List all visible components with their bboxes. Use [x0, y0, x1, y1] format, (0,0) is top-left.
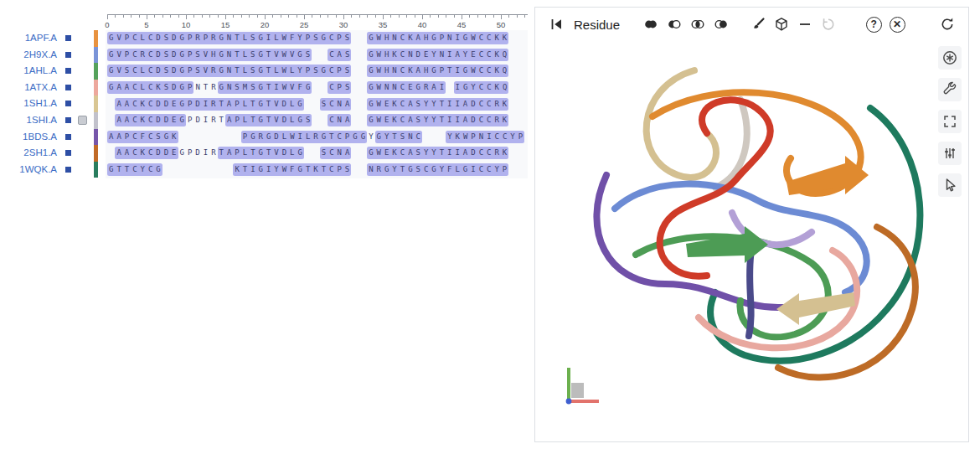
residue-cell[interactable]: S [249, 65, 256, 77]
residue-cell[interactable]: P [241, 131, 249, 143]
residue-cell[interactable]: E [469, 49, 477, 61]
residue-cell[interactable]: T [320, 163, 328, 176]
residue-cell[interactable]: G [367, 65, 374, 77]
selection-cursor-button[interactable] [938, 173, 962, 197]
structure-id-label[interactable]: 1SH1.A [7, 95, 57, 112]
residue-cell[interactable]: P [123, 131, 131, 143]
aligned-segment[interactable]: TAPLTGTVDLG [218, 147, 304, 159]
residue-cell[interactable]: C [147, 147, 154, 159]
residue-cell[interactable]: E [383, 147, 390, 159]
reference-pin-icon[interactable] [78, 116, 87, 125]
residue-cell[interactable]: C [147, 114, 154, 126]
structure-id-label[interactable]: 1WQK.A [7, 162, 57, 178]
residue-cell[interactable]: Y [462, 49, 469, 61]
residue-cell[interactable]: C [328, 65, 335, 77]
unaligned-segment[interactable]: NTR [193, 81, 217, 94]
residue-cell[interactable]: V [115, 49, 122, 61]
residue-cell[interactable]: S [249, 49, 256, 61]
residue-cell[interactable]: G [367, 49, 374, 61]
residue-cell[interactable]: C [131, 65, 138, 77]
residue-cell[interactable]: T [438, 147, 446, 159]
residue-cell[interactable]: S [312, 32, 319, 44]
unaligned-segment[interactable] [351, 163, 367, 176]
residue-cell[interactable]: T [115, 163, 122, 176]
residue-cell[interactable]: D [469, 98, 477, 111]
residue-cell[interactable]: S [162, 32, 170, 44]
residue-cell[interactable]: Q [501, 65, 508, 77]
residue-cell[interactable]: G [406, 163, 414, 176]
reset-camera-button[interactable] [938, 46, 962, 70]
residue-cell[interactable]: C [328, 98, 335, 111]
residue-cell[interactable]: P [233, 98, 240, 111]
selection-intersect-button[interactable] [687, 13, 709, 35]
aligned-segment[interactable]: GWHKCNDEYNIAYECCKQ [367, 49, 508, 61]
residue-cell[interactable]: S [193, 49, 201, 61]
residue-cell[interactable]: L [288, 65, 296, 77]
residue-cell[interactable]: D [162, 147, 170, 159]
residue-cell[interactable]: Q [501, 81, 508, 94]
residue-cell[interactable]: K [390, 147, 398, 159]
residue-cell[interactable]: S [343, 49, 351, 61]
residue-cell[interactable]: A [430, 81, 437, 94]
residue-cell[interactable]: T [265, 147, 272, 159]
structure-id-label[interactable]: 1BDS.A [7, 129, 57, 146]
residue-cell[interactable]: T [249, 114, 256, 126]
residue-cell[interactable]: V [202, 65, 209, 77]
aligned-segment[interactable]: CPS [328, 81, 351, 94]
residue-cell[interactable]: G [462, 163, 469, 176]
residue-cell[interactable]: G [296, 49, 303, 61]
residue-cell[interactable]: G [256, 65, 264, 77]
residue-cell[interactable]: G [462, 81, 469, 94]
residue-cell[interactable]: A [115, 131, 122, 143]
residue-cell[interactable]: F [288, 32, 296, 44]
residue-cell[interactable]: L [288, 98, 296, 111]
residue-cell[interactable]: C [415, 131, 422, 143]
residue-cell[interactable]: A [415, 32, 422, 44]
residue-cell[interactable]: G [320, 32, 328, 44]
residue-cell[interactable]: C [501, 131, 508, 143]
aligned-segment[interactable]: GWNNCEGRAI [367, 81, 446, 94]
residue-cell[interactable]: W [375, 147, 383, 159]
residue-cell[interactable]: D [469, 147, 477, 159]
residue-cell[interactable]: G [375, 131, 383, 143]
residue-cell[interactable]: G [320, 131, 328, 143]
row-select-square[interactable] [65, 134, 71, 140]
residue-cell[interactable]: A [107, 131, 115, 143]
residue-cell[interactable]: L [241, 49, 249, 61]
residue-cell[interactable]: N [336, 147, 343, 159]
residue-cell[interactable]: D [193, 114, 201, 126]
residue-cell[interactable]: Y [438, 163, 446, 176]
residue-cell[interactable]: A [123, 147, 131, 159]
residue-cell[interactable]: E [170, 114, 178, 126]
residue-cell[interactable]: V [272, 114, 280, 126]
residue-cell[interactable]: T [202, 81, 209, 94]
residue-cell[interactable]: S [154, 131, 162, 143]
residue-cell[interactable]: Y [383, 131, 390, 143]
residue-cell[interactable]: P [304, 32, 312, 44]
residue-cell[interactable]: A [406, 147, 414, 159]
residue-cell[interactable]: K [170, 131, 178, 143]
residue-cell[interactable]: R [257, 131, 265, 143]
residue-cell[interactable]: S [162, 65, 170, 77]
residue-cell[interactable]: R [209, 114, 217, 126]
residue-cell[interactable]: G [107, 32, 115, 44]
residue-cell[interactable]: I [454, 81, 462, 94]
residue-cell[interactable]: C [399, 32, 406, 44]
residue-cell[interactable]: C [147, 32, 154, 44]
residue-cell[interactable]: N [383, 81, 390, 94]
residue-cell[interactable]: Y [493, 163, 500, 176]
residue-cell[interactable]: H [422, 32, 430, 44]
residue-cell[interactable]: C [335, 131, 343, 143]
residue-cell[interactable]: C [477, 98, 485, 111]
residue-cell[interactable]: P [186, 81, 193, 94]
aligned-segment[interactable]: GAACLCKSDGP [107, 81, 193, 94]
residue-cell[interactable]: T [265, 49, 272, 61]
residue-cell[interactable]: I [446, 98, 453, 111]
residue-cell[interactable]: L [139, 32, 147, 44]
residue-cell[interactable]: W [288, 131, 296, 143]
residue-cell[interactable]: S [233, 81, 240, 94]
aligned-segment[interactable]: GTTCYCG [107, 163, 162, 176]
residue-cell[interactable]: R [139, 49, 147, 61]
residue-cell[interactable]: P [438, 32, 446, 44]
residue-cell[interactable]: N [336, 98, 343, 111]
